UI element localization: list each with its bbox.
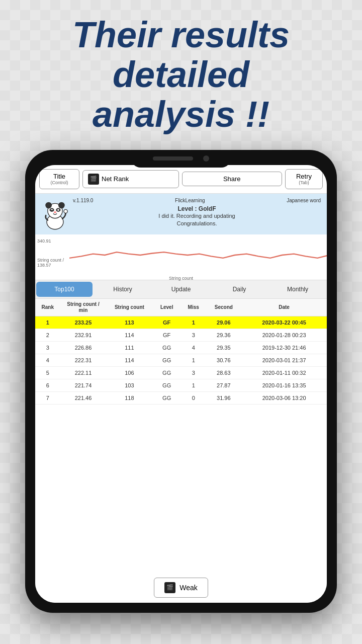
speaker [153,156,193,160]
phone-notch [131,150,231,168]
table-row: 4222.31114GG130.762020-03-01 21:37 [35,354,327,366]
weak-icon: 🎬 [164,582,175,593]
info-bar: v.1.119.0 FlickLearning Japanese word Le… [35,194,327,234]
tab-update[interactable]: Update [153,282,209,297]
table-row: 1233.25113GF129.062020-03-22 00:45 [35,316,327,329]
header-sc: String count [106,299,152,316]
table-row: 2232.91114GF329.362020-01-28 00:23 [35,329,327,341]
header-rank: Rank [35,299,60,316]
table-container: Rank String count / min String count Lev… [35,299,327,573]
table-row: 6221.74103GG127.872020-01-16 13:35 [35,379,327,391]
svg-point-7 [54,211,57,213]
tab-history[interactable]: History [95,282,151,297]
chart-area: 340.91 String count / 138.57 String coun… [35,234,327,280]
header-level: Level [152,299,181,316]
title-button[interactable]: Title (Control) [39,169,79,189]
header-sc-min: String count / min [60,299,107,316]
tab-monthly[interactable]: Monthly [269,282,326,297]
info-top-row: v.1.119.0 FlickLearning Japanese word Le… [41,198,321,230]
info-right: v.1.119.0 FlickLearning Japanese word Le… [73,198,321,228]
chart-svg [69,237,327,273]
header-miss: Miss [181,299,206,316]
svg-point-3 [58,202,65,209]
info-level: Level : GoldF [73,205,321,212]
toolbar: Title (Control) 🎬 Net Rank Share Retry (… [35,165,327,194]
panda-icon [41,198,69,230]
weak-section: 🎬 Weak [35,573,327,603]
chart-y-labels: 340.91 String count / 138.57 [37,238,64,268]
data-table: Rank String count / min String count Lev… [35,299,327,405]
chart-x-label: String count [39,276,323,281]
svg-point-8 [64,209,67,213]
table-row: 3226.86111GG429.352019-12-30 21:46 [35,341,327,354]
headline-text: Their results detailed analysis !! [20,15,342,135]
weak-button[interactable]: 🎬 Weak [154,578,208,598]
table-row: 5222.11106GG328.632020-01-11 00:32 [35,366,327,379]
svg-point-6 [57,209,59,211]
phone-screen: Title (Control) 🎬 Net Rank Share Retry (… [35,165,327,603]
header-second: Second [206,299,241,316]
table-header-row: Rank String count / min String count Lev… [35,299,327,316]
table-row: 7221.46118GG031.962020-03-06 13:20 [35,391,327,404]
share-button[interactable]: Share [182,172,283,186]
info-message: I did it. Recording and updatingCongratu… [73,212,321,228]
tab-daily[interactable]: Daily [211,282,267,297]
camera [203,155,209,162]
phone-wrapper: Title (Control) 🎬 Net Rank Share Retry (… [0,150,362,613]
table-body: 1233.25113GF129.062020-03-22 00:452232.9… [35,316,327,404]
header-date: Date [241,299,327,316]
svg-point-2 [45,202,52,209]
app-content: Title (Control) 🎬 Net Rank Share Retry (… [35,165,327,603]
netrank-icon: 🎬 [88,174,99,185]
phone-frame: Title (Control) 🎬 Net Rank Share Retry (… [25,150,337,613]
svg-point-4 [50,208,54,212]
tab-top100[interactable]: Top100 [36,282,93,297]
headline-section: Their results detailed analysis !! [0,0,362,145]
tab-bar: Top100 History Update Daily Monthly [35,280,327,299]
info-meta: v.1.119.0 FlickLearning Japanese word [73,198,321,203]
netrank-button[interactable]: 🎬 Net Rank [82,170,179,188]
retry-button[interactable]: Retry (Tab) [285,169,323,189]
